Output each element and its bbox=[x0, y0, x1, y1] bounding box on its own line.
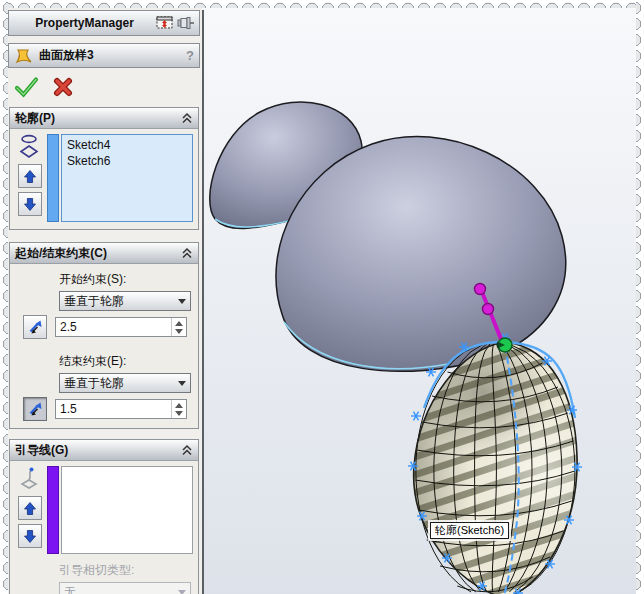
end-tangent-length-value: 1.5 bbox=[56, 400, 171, 418]
start-constraint-value: 垂直于轮廓 bbox=[64, 293, 178, 310]
graphics-viewport[interactable]: 轮廓(Sketch6) bbox=[200, 4, 644, 594]
start-constraint-label: 开始约束(S): bbox=[59, 271, 193, 288]
collapse-chevron-icon[interactable] bbox=[181, 247, 193, 259]
property-manager-header: PropertyManager bbox=[8, 10, 200, 36]
dropdown-arrow-icon bbox=[178, 590, 186, 594]
collapse-chevron-icon[interactable] bbox=[181, 112, 193, 124]
help-button[interactable]: ? bbox=[186, 48, 194, 63]
surface-loft-icon bbox=[14, 47, 34, 65]
group-profiles-header[interactable]: 轮廓(P) bbox=[10, 108, 198, 129]
model-scene bbox=[200, 4, 644, 594]
profile-item[interactable]: Sketch4 bbox=[62, 137, 192, 153]
solidworks-screenshot: 轮廓(Sketch6) PropertyManager 曲面放样3 bbox=[0, 0, 644, 594]
end-constraint-value: 垂直于轮廓 bbox=[64, 375, 178, 392]
profile-callout: 轮廓(Sketch6) bbox=[430, 522, 509, 539]
start-tangent-length-value: 2.5 bbox=[56, 318, 171, 336]
move-profile-up-button[interactable] bbox=[18, 164, 42, 188]
ok-button[interactable] bbox=[14, 76, 40, 98]
group-constraints: 起始/结束约束(C) 开始约束(S): 垂直于轮廓 bbox=[9, 242, 199, 429]
profiles-selection-bar bbox=[47, 134, 59, 222]
end-reverse-direction-button[interactable] bbox=[23, 397, 47, 421]
profiles-listbox[interactable]: Sketch4 Sketch6 bbox=[61, 134, 193, 222]
start-reverse-direction-button[interactable] bbox=[23, 315, 47, 339]
end-tangent-spinner[interactable] bbox=[171, 400, 186, 418]
feature-title-bar: 曲面放样3 ? bbox=[8, 43, 200, 68]
group-profiles-title: 轮廓(P) bbox=[15, 110, 55, 127]
profile-callout-text: 轮廓(Sketch6) bbox=[435, 524, 504, 536]
collapse-chevron-icon[interactable] bbox=[181, 444, 193, 456]
feature-title: 曲面放样3 bbox=[39, 47, 94, 64]
guide-curve-icon bbox=[19, 466, 41, 492]
guides-selection-bar bbox=[47, 466, 59, 554]
group-guide-curves-header[interactable]: 引导线(G) bbox=[10, 440, 198, 461]
profiles-icon bbox=[19, 134, 41, 160]
end-constraint-label: 结束约束(E): bbox=[59, 353, 193, 370]
group-guide-curves: 引导线(G) bbox=[9, 439, 199, 594]
guides-listbox[interactable] bbox=[61, 466, 193, 554]
group-guide-curves-title: 引导线(G) bbox=[15, 442, 68, 459]
end-tangent-length-input[interactable]: 1.5 bbox=[55, 399, 187, 419]
property-manager-panel: PropertyManager 曲面放样3 ? bbox=[6, 0, 202, 594]
guide-tangency-dropdown[interactable]: 无 bbox=[59, 582, 191, 594]
group-constraints-header[interactable]: 起始/结束约束(C) bbox=[10, 243, 198, 264]
cancel-button[interactable] bbox=[52, 76, 74, 98]
property-manager-title: PropertyManager bbox=[13, 16, 156, 30]
panel-viewport-divider bbox=[202, 10, 204, 594]
group-constraints-title: 起始/结束约束(C) bbox=[15, 245, 107, 262]
group-profiles: 轮廓(P) bbox=[9, 107, 199, 230]
dropdown-arrow-icon bbox=[178, 381, 186, 386]
action-buttons bbox=[14, 73, 202, 101]
move-guide-up-button[interactable] bbox=[18, 496, 42, 520]
guide-tangency-label: 引导相切类型: bbox=[59, 562, 193, 579]
profile-item[interactable]: Sketch6 bbox=[62, 153, 192, 169]
move-guide-down-button[interactable] bbox=[18, 524, 42, 548]
panel-resize-icon[interactable] bbox=[156, 16, 174, 30]
start-tangent-spinner[interactable] bbox=[171, 318, 186, 336]
dropdown-arrow-icon bbox=[178, 299, 186, 304]
pin-icon[interactable] bbox=[177, 16, 195, 30]
start-tangent-length-input[interactable]: 2.5 bbox=[55, 317, 187, 337]
start-constraint-dropdown[interactable]: 垂直于轮廓 bbox=[59, 291, 191, 311]
end-constraint-dropdown[interactable]: 垂直于轮廓 bbox=[59, 373, 191, 393]
guide-tangency-value: 无 bbox=[64, 584, 178, 594]
move-profile-down-button[interactable] bbox=[18, 192, 42, 216]
